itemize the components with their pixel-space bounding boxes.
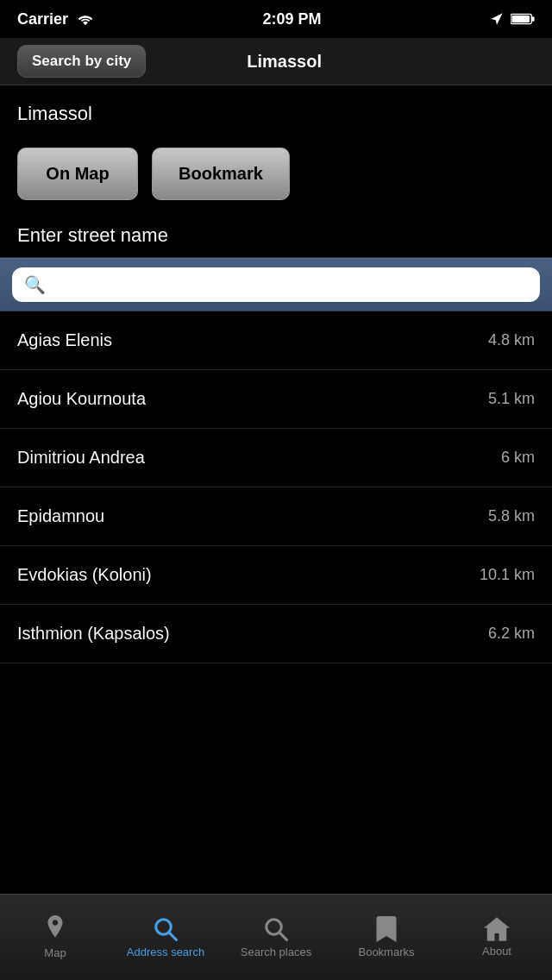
search-places-icon [263,916,289,942]
tab-map-label: Map [44,946,66,959]
location-arrow-icon [490,12,504,26]
result-item[interactable]: Agiou Kournouta 5.1 km [0,370,552,429]
city-name: Limassol [17,103,92,124]
status-right [490,12,535,26]
tab-about-label: About [482,945,511,958]
search-by-city-button[interactable]: Search by city [17,45,146,78]
result-item[interactable]: Agias Elenis 4.8 km [0,311,552,370]
svg-line-6 [279,933,286,939]
status-left: Carrier [17,10,94,28]
result-item[interactable]: Isthmion (Kapsalos) 6.2 km [0,605,552,663]
street-label-section: Enter street name [0,214,552,258]
svg-rect-2 [511,16,530,22]
result-name: Isthmion (Kapsalos) [17,624,170,644]
status-bar: Carrier 2:09 PM [0,0,552,38]
header: Search by city Limassol [0,38,552,85]
result-distance: 10.1 km [480,566,535,584]
tab-map[interactable]: Map [0,908,110,966]
tab-search-places[interactable]: Search places [221,909,331,965]
map-pin-icon [44,915,66,943]
result-name: Epidamnou [17,506,104,526]
result-item[interactable]: Evdokias (Koloni) 10.1 km [0,546,552,605]
results-list: Agias Elenis 4.8 km Agiou Kournouta 5.1 … [0,311,552,663]
tab-bookmarks[interactable]: Bookmarks [331,909,442,965]
street-search-input[interactable] [54,276,528,294]
result-item[interactable]: Dimitriou Andrea 6 km [0,429,552,487]
result-distance: 6 km [501,449,535,467]
battery-icon [511,13,535,25]
search-input-wrapper[interactable]: 🔍 [12,267,540,302]
tab-bar: Map Address search Search places Bookmar… [0,894,552,980]
carrier-label: Carrier [17,10,68,28]
result-name: Dimitriou Andrea [17,448,145,468]
wifi-icon [77,13,94,26]
header-title: Limassol [247,52,322,72]
tab-address-search-label: Address search [127,945,204,958]
bookmark-button[interactable]: Bookmark [152,148,290,200]
result-name: Agias Elenis [17,330,112,350]
city-name-section: Limassol [0,85,552,134]
bookmarks-icon [376,916,397,942]
result-name: Agiou Kournouta [17,389,146,409]
about-home-icon [484,917,510,941]
tab-search-places-label: Search places [241,945,311,958]
tab-about[interactable]: About [442,910,552,964]
svg-rect-1 [532,16,535,22]
tab-address-search[interactable]: Address search [110,909,221,965]
tab-bookmarks-label: Bookmarks [358,945,414,958]
result-name: Evdokias (Koloni) [17,565,152,585]
address-search-icon [153,916,179,942]
result-distance: 4.8 km [488,331,535,349]
result-distance: 5.1 km [488,390,535,408]
svg-line-4 [169,933,176,939]
search-icon: 🔍 [24,274,46,295]
status-time: 2:09 PM [263,10,322,28]
result-distance: 6.2 km [488,625,535,643]
result-item[interactable]: Epidamnou 5.8 km [0,487,552,546]
on-map-button[interactable]: On Map [17,148,138,200]
search-bar-section: 🔍 [0,258,552,311]
street-label: Enter street name [17,224,168,246]
buttons-section: On Map Bookmark [0,134,552,214]
result-distance: 5.8 km [488,507,535,525]
